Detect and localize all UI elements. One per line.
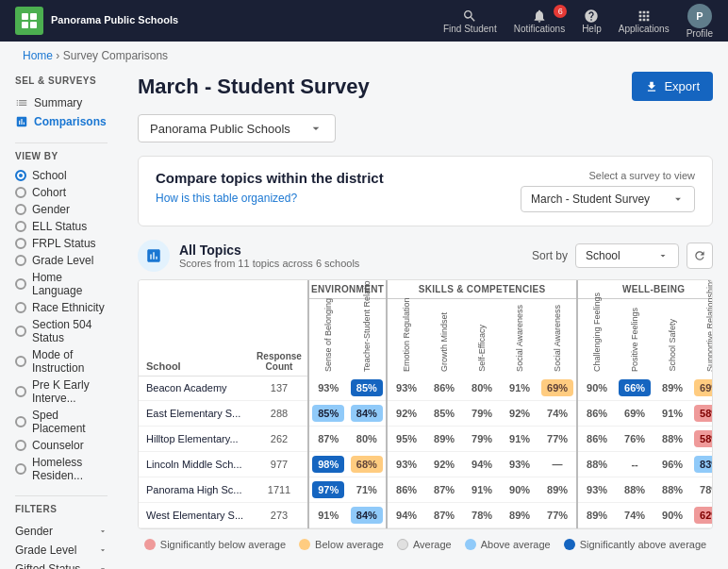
viewby-frpl[interactable]: FRPL Status (15, 235, 108, 252)
sidebar-item-summary[interactable]: Summary (15, 93, 108, 112)
sidebar-item-comparisons[interactable]: Comparisons (15, 112, 108, 131)
data-cell-1: 71% (348, 477, 388, 503)
viewby-school[interactable]: School (15, 167, 108, 184)
data-cell-10: 58% (691, 427, 713, 452)
viewby-grade[interactable]: Grade Level (15, 252, 108, 269)
compare-link[interactable]: How is this table organized? (156, 192, 297, 205)
data-cell-8: 76% (616, 427, 654, 452)
viewby-counselor[interactable]: Counselor (15, 437, 108, 454)
applications-nav[interactable]: Applications (619, 8, 670, 34)
data-cell-1: 80% (348, 427, 388, 452)
viewby-race[interactable]: Race Ethnicity (15, 299, 108, 316)
data-cell-9: 91% (654, 401, 691, 427)
resp-count-cell: 1711 (251, 477, 308, 503)
svg-rect-3 (30, 22, 37, 28)
radio-school (15, 170, 26, 181)
bell-icon (532, 8, 547, 24)
sort-chevron-icon (657, 250, 669, 261)
sort-select[interactable]: School (575, 243, 679, 268)
data-cell-6: 69% (538, 376, 577, 401)
table-wrapper: School ResponseCount ENVIRONMENT SKILLS … (138, 279, 713, 529)
filter-gifted[interactable]: Gifted Status (15, 560, 108, 569)
notification-badge: 6 (554, 5, 567, 18)
sort-label: Sort by (532, 249, 568, 262)
data-cell-0: 93% (308, 376, 348, 401)
legend-label-2: Average (413, 539, 452, 550)
viewby-504[interactable]: Section 504 Status (15, 316, 108, 346)
legend: Significantly below averageBelow average… (138, 539, 713, 550)
breadcrumb-home[interactable]: Home (23, 49, 53, 62)
radio-504 (15, 326, 26, 337)
filter-gender[interactable]: Gender (15, 522, 108, 541)
page-title: March - Student Survey (138, 75, 370, 99)
district-selector[interactable]: Panorama Public Schools (138, 114, 336, 142)
data-cell-6: 89% (538, 477, 577, 503)
data-cell-10: 62% (691, 503, 713, 528)
data-cell-2: 86% (387, 477, 425, 503)
topics-header: All Topics Scores from 11 topics across … (138, 240, 713, 272)
download-icon (645, 80, 658, 93)
radio-frpl (15, 238, 26, 249)
survey-select[interactable]: March - Student Survey (521, 186, 695, 212)
radio-prek (15, 386, 26, 397)
notifications-nav[interactable]: 6 Notifications (514, 8, 565, 34)
viewby-home-language[interactable]: Home Language (15, 269, 108, 299)
compare-card: Compare topics within the district How i… (138, 156, 713, 226)
sort-refresh-button[interactable] (687, 243, 713, 269)
col-header-8: Positive Feelings (616, 299, 654, 377)
radio-counselor (15, 440, 26, 451)
legend-label-4: Significantly above average (580, 539, 707, 550)
data-cell-3: 87% (425, 503, 463, 528)
school-name-cell: West Elementary S... (139, 503, 251, 528)
data-cell-9: 89% (654, 376, 691, 401)
legend-label-1: Below average (315, 539, 384, 550)
viewby-sped[interactable]: Sped Placement (15, 407, 108, 437)
viewby-cohort[interactable]: Cohort (15, 184, 108, 201)
help-label: Help (582, 24, 602, 34)
viewby-gender[interactable]: Gender (15, 201, 108, 218)
school-name-cell: Lincoln Middle Sch... (139, 452, 251, 477)
data-cell-1: 68% (348, 452, 388, 477)
data-cell-3: 92% (425, 452, 463, 477)
data-cell-0: 91% (308, 503, 348, 528)
data-cell-10: 83% (691, 452, 713, 477)
data-cell-8: 69% (616, 401, 654, 427)
topics-icon (138, 240, 170, 272)
viewby-homeless[interactable]: Homeless Residen... (15, 454, 108, 484)
data-cell-8: 66% (616, 376, 654, 401)
viewby-prek[interactable]: Pre K Early Interve... (15, 377, 108, 407)
survey-chevron-icon (671, 192, 685, 206)
viewby-mode[interactable]: Mode of Instruction (15, 346, 108, 377)
data-cell-5: 90% (501, 477, 538, 503)
legend-item-2: Average (397, 539, 452, 550)
school-name-cell: Beacon Academy (139, 376, 251, 401)
viewby-ell[interactable]: ELL Status (15, 218, 108, 235)
svg-rect-2 (22, 22, 28, 28)
legend-dot-4 (564, 539, 575, 550)
data-cell-7: 88% (577, 452, 616, 477)
comparisons-icon (15, 115, 28, 128)
profile-nav[interactable]: P Profile (687, 4, 713, 39)
nav-logo: Panorama Public Schools (15, 7, 178, 35)
legend-item-4: Significantly above average (564, 539, 707, 550)
radio-home-language (15, 278, 26, 290)
data-cell-0: 98% (308, 452, 348, 477)
data-cell-2: 94% (387, 503, 425, 528)
data-cell-1: 85% (348, 376, 388, 401)
export-button[interactable]: Export (632, 72, 713, 101)
data-cell-7: 90% (577, 376, 616, 401)
data-cell-5: 93% (501, 452, 538, 477)
radio-homeless (15, 463, 26, 475)
skills-group-header: SKILLS & COMPETENCIES (387, 280, 577, 299)
data-cell-4: 78% (463, 503, 501, 528)
filter-grade[interactable]: Grade Level (15, 541, 108, 560)
data-cell-8: 88% (616, 477, 654, 503)
compare-card-left: Compare topics within the district How i… (156, 170, 384, 205)
data-cell-9: 88% (654, 477, 691, 503)
data-cell-3: 89% (425, 427, 463, 452)
find-student-nav[interactable]: Find Student (443, 8, 497, 34)
data-cell-4: 94% (463, 452, 501, 477)
compare-card-right: Select a survey to view March - Student … (521, 170, 695, 212)
topics-title-group: All Topics Scores from 11 topics across … (138, 240, 359, 272)
help-nav[interactable]: Help (582, 8, 602, 34)
